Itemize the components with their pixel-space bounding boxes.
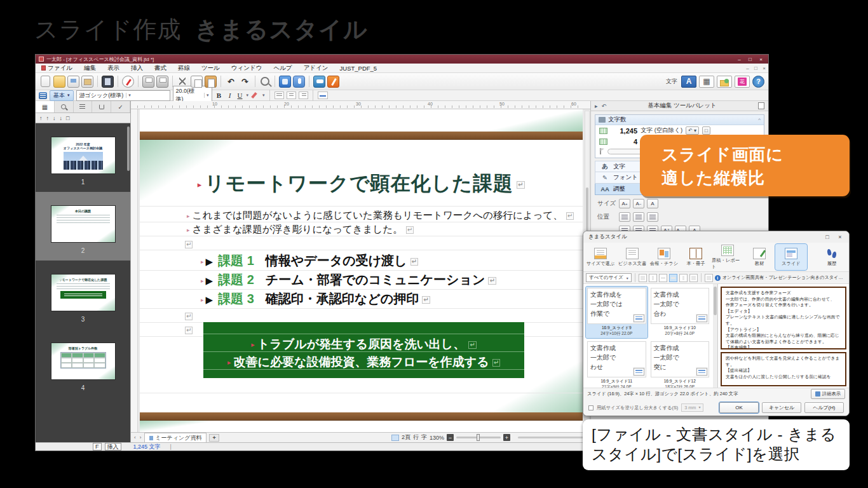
count-options-button[interactable]: □	[702, 126, 710, 135]
menu-file[interactable]: ファイル	[36, 64, 78, 72]
tab-business[interactable]: ビジネス文書	[616, 244, 648, 270]
move-bottom-icon[interactable]: ↓	[60, 115, 63, 121]
minimize-button[interactable]: –	[735, 57, 743, 62]
tab-newsletter[interactable]: 会報・チラシ	[648, 244, 680, 270]
slide-body-line-2[interactable]: ▸さまざまな課題が浮き彫りになってきました。↵	[187, 223, 414, 236]
collapse-icon[interactable]: ^	[758, 117, 761, 123]
maximize-button[interactable]: □	[746, 57, 754, 62]
tab-history[interactable]: 履歴	[816, 244, 848, 270]
pen-tool-icon[interactable]	[327, 76, 339, 88]
slide-thumbnail-2[interactable]: 本日の議題	[51, 206, 115, 242]
save-as-icon[interactable]	[81, 76, 93, 88]
paste-icon[interactable]	[205, 76, 217, 88]
align-right-button[interactable]	[299, 92, 308, 99]
sheet-tab[interactable]: ミーティング資料	[144, 433, 207, 443]
search-icon[interactable]	[261, 77, 269, 86]
slide-thumbnail-3[interactable]: リモートワークで顕在化した課題	[51, 274, 115, 311]
font-larger-button[interactable]: A+	[619, 199, 630, 208]
thumbnail-view-tab[interactable]: ▦	[36, 101, 55, 112]
menu-addin[interactable]: アドイン	[298, 64, 334, 72]
cut-icon[interactable]	[177, 76, 189, 88]
chat-tool-icon[interactable]	[313, 76, 325, 88]
thumbnail-block-3[interactable]: リモートワークで顕在化した課題 3	[36, 261, 130, 329]
app-service-icon[interactable]	[279, 76, 291, 88]
sidebar-scrollbar[interactable]	[127, 126, 130, 171]
highlight-options-caret[interactable]: ▾	[262, 93, 265, 98]
bold-button[interactable]: B	[215, 92, 224, 99]
tab-setting-icon[interactable]	[318, 92, 328, 99]
image-mode-button[interactable]	[717, 76, 732, 88]
empty-line[interactable]: ↵	[182, 238, 193, 250]
layout-wide-icon-selected[interactable]	[669, 274, 677, 282]
scrollbar-thumb[interactable]	[714, 287, 717, 315]
menu-insert[interactable]: 挿入	[125, 64, 149, 72]
style-card-3[interactable]: 文書作成 一太郎で わせ 16:9_スライド11 21字×9行 24.0P	[586, 340, 648, 391]
copy-icon[interactable]	[191, 76, 203, 88]
style-list-icon[interactable]	[39, 92, 47, 99]
layout-grid-icon[interactable]	[689, 274, 698, 282]
horizontal-scrollbar[interactable]	[518, 437, 588, 438]
align-center-button[interactable]	[287, 92, 296, 99]
dialog-maximize-button[interactable]: □	[824, 234, 831, 240]
slide-item-1[interactable]: ▸▶課題 1情報やデータの受け渡し↵	[201, 252, 418, 269]
open-file-icon[interactable]	[53, 76, 65, 88]
zoom-in-button[interactable]: +	[503, 434, 510, 441]
help-button[interactable]: ?	[752, 76, 764, 88]
voice-input-icon[interactable]	[293, 76, 305, 88]
palette-refresh-icon[interactable]: ↶	[602, 103, 607, 109]
thumbnail-block-1[interactable]: 2022 年度 オフィススペース検討会議 1	[36, 123, 130, 192]
print-icon[interactable]	[142, 76, 154, 88]
tab-report[interactable]: 原稿・レポート	[712, 244, 743, 270]
underline-button[interactable]: U	[236, 92, 244, 99]
align-left-palette-button[interactable]	[619, 212, 630, 222]
tab-material[interactable]: 教材	[743, 244, 775, 270]
thumbnail-block-2-selected[interactable]: 本日の議題 2	[36, 192, 130, 261]
orientation-any-icon[interactable]	[639, 274, 647, 282]
font-smaller-button[interactable]: A−	[633, 199, 644, 208]
thumbnail-block-4[interactable]: 部署別トラブル件数 4	[36, 329, 130, 398]
align-center-palette-button[interactable]	[633, 212, 644, 222]
palette-page-icon[interactable]	[758, 102, 764, 109]
menu-just-pdf[interactable]: JUST_PDF_5	[334, 64, 383, 72]
style-card-4[interactable]: 文書作成 一太郎で 突に 16:9_スライド12 18字×7行 26.0P	[649, 340, 711, 391]
slide-thumbnail-4[interactable]: 部署別トラブル件数	[51, 343, 115, 379]
sheet-prev-icon[interactable]: ‹	[133, 435, 137, 440]
size-filter-select[interactable]: すべてのサイズ	[586, 273, 632, 282]
char-count-header[interactable]: 文字数 ^	[595, 115, 764, 125]
align-right-palette-button[interactable]	[647, 212, 658, 222]
style-card-1-selected[interactable]: 文書作成を 一太郎では 作業で 16:9_スライド9 24字×10行 22.0P	[586, 287, 648, 338]
move-down-icon[interactable]: ↓	[53, 115, 56, 121]
menu-tools[interactable]: ツール	[196, 64, 226, 72]
style-card-2[interactable]: 文書作成 一太郎で 合わ 16:9_スライド10 20字×8行 24.0P	[649, 287, 711, 338]
new-document-icon[interactable]	[41, 76, 50, 87]
font-size-reset-button[interactable]: A	[647, 199, 658, 208]
device-view-icon[interactable]	[102, 76, 114, 88]
menu-help[interactable]: ヘルプ	[268, 64, 297, 72]
tab-book[interactable]: 本・冊子	[680, 244, 712, 270]
conclusion-green-box[interactable]: ▸トラブルが発生する原因を洗い出し、↵ ▸改善に必要な設備投資、業務フローを作成…	[203, 322, 524, 378]
zoom-level-label[interactable]: 130%	[430, 435, 444, 441]
decoration-mode-button[interactable]: 花	[735, 76, 750, 88]
align-left-button[interactable]	[275, 92, 284, 99]
check-view-tab[interactable]: ✓	[111, 101, 130, 112]
table-mode-button[interactable]: ▦	[699, 76, 714, 88]
highlight-pen-icon[interactable]	[251, 92, 260, 99]
outline-view-tab[interactable]	[74, 101, 93, 112]
text-mode-button[interactable]: A	[681, 76, 696, 88]
slide-item-2[interactable]: ▸▶課題 2チーム・部署でのコミュニケーション↵	[201, 271, 496, 288]
orientation-portrait-icon[interactable]	[649, 274, 657, 282]
redo-icon[interactable]: ↷	[239, 76, 251, 88]
zoom-view-tab[interactable]	[55, 101, 74, 112]
font-select[interactable]: 游ゴシック(標準)	[76, 90, 170, 101]
paragraph-style-select[interactable]: 基本	[50, 90, 74, 101]
zoom-out-button[interactable]: −	[447, 434, 454, 441]
bleed-checkbox[interactable]	[588, 405, 593, 410]
menu-edit[interactable]: 編集	[78, 64, 102, 72]
view-toggle-icon[interactable]	[705, 274, 713, 282]
orientation-landscape-icon[interactable]	[659, 274, 667, 282]
ok-button[interactable]: OK	[719, 402, 759, 413]
print-settings-icon[interactable]	[156, 76, 168, 88]
undo-icon[interactable]: ↶	[225, 76, 237, 88]
history-view-tab[interactable]	[92, 101, 111, 112]
menu-format[interactable]: 書式	[149, 64, 172, 72]
